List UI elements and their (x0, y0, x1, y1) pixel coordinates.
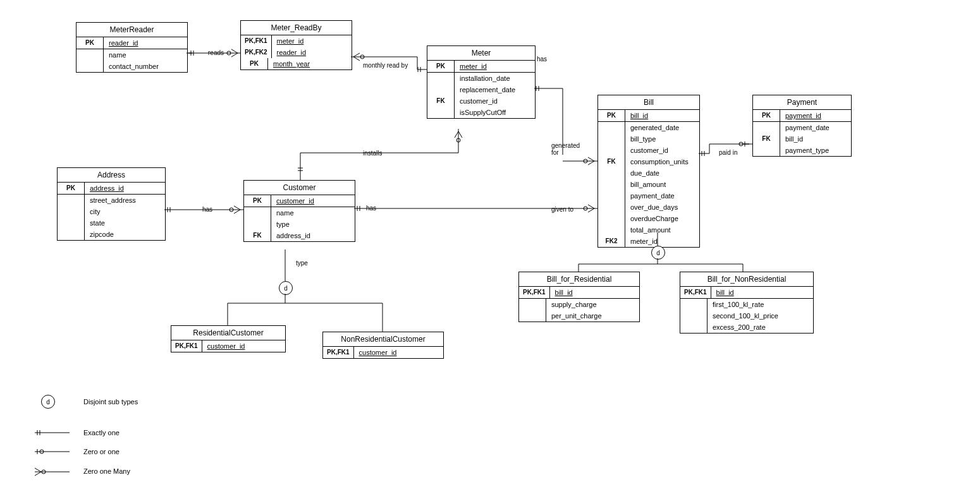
bill_residential-key (519, 299, 546, 310)
bill-key (598, 145, 625, 156)
entity-meter: MeterPKmeter_idinstallation_datereplacem… (427, 45, 536, 119)
bill-row: overdueCharge (598, 213, 699, 224)
meter_reader-row: PKreader_id (77, 37, 187, 49)
bill-attr: meter_id (625, 236, 699, 247)
payment-attr: payment_date (780, 122, 851, 133)
bill-key: PK (598, 110, 625, 121)
label-type: type (295, 260, 309, 267)
bill_nonresidential-row: PK,FK1bill_id (680, 287, 813, 299)
address-key (58, 229, 85, 240)
meter_reader-key (77, 61, 104, 72)
bill_nonresidential-title: Bill_for_NonResidential (680, 272, 813, 287)
label-paid-in: paid in (718, 149, 738, 156)
address-key (58, 206, 85, 217)
bill-attr: overdueCharge (625, 213, 699, 224)
svg-line-39 (35, 468, 41, 472)
customer-key: FK (244, 230, 271, 241)
customer-attr: customer_id (271, 195, 355, 207)
residential_customer-title: ResidentialCustomer (171, 326, 285, 340)
meter-key (427, 107, 455, 118)
meter-row: PKmeter_id (427, 61, 535, 73)
bill-attr: total_amount (625, 224, 699, 236)
label-has-meter: has (536, 56, 548, 63)
meter-attr: isSupplyCutOff (455, 107, 535, 118)
meter_reader-attr: contact_number (104, 61, 187, 72)
address-key: PK (58, 183, 85, 194)
address-row: street_address (58, 195, 165, 206)
address-attr: state (85, 217, 165, 229)
payment-row: payment_type (753, 145, 851, 156)
meter-row: replacement_date (427, 84, 535, 95)
bill_residential-row: per_unit_charge (519, 310, 639, 322)
bill_residential-attr: bill_id (550, 287, 639, 298)
meter-row: isSupplyCutOff (427, 107, 535, 118)
meter_reader-attr: name (104, 49, 187, 61)
meter_reader-key: PK (77, 37, 104, 49)
address-row: zipcode (58, 229, 165, 240)
meter_readby-row: PK,FK1meter_id (241, 35, 352, 47)
svg-point-21 (739, 142, 743, 146)
payment-row: payment_date (753, 122, 851, 133)
bill-attr: over_due_days (625, 201, 699, 213)
customer-attr: address_id (271, 230, 355, 241)
label-generated-for: generated for (550, 142, 584, 156)
entity-residential-customer: ResidentialCustomerPK,FK1customer_id (171, 325, 286, 352)
meter-key (427, 84, 455, 95)
svg-point-15 (584, 207, 587, 210)
bill-key (598, 201, 625, 213)
payment-key (753, 122, 780, 133)
bill-key (598, 122, 625, 133)
legend-disjoint-symbol: d (41, 395, 55, 409)
customer-row: PKcustomer_id (244, 195, 355, 207)
customer-row: FKaddress_id (244, 230, 355, 241)
bill-attr: customer_id (625, 145, 699, 156)
meter-key: FK (427, 95, 455, 107)
bill-row: over_due_days (598, 201, 699, 213)
address-key (58, 217, 85, 229)
bill-row: PKbill_id (598, 110, 699, 122)
payment-attr: bill_id (780, 133, 851, 145)
nonresidential_customer-attr: customer_id (354, 347, 443, 358)
payment-title: Payment (753, 95, 851, 110)
payment-key: FK (753, 133, 780, 145)
meter-attr: replacement_date (455, 84, 535, 95)
nonresidential_customer-row: PK,FK1customer_id (323, 347, 443, 358)
meter-key (427, 73, 455, 84)
payment-key: PK (753, 110, 780, 121)
bill_nonresidential-key: PK,FK1 (680, 287, 711, 298)
customer-key (244, 207, 271, 219)
address-attr: street_address (85, 195, 165, 206)
bill-key (598, 213, 625, 224)
disjoint-customer: d (279, 281, 293, 295)
bill-row: payment_date (598, 190, 699, 201)
bill_nonresidential-row: excess_200_rate (680, 322, 813, 333)
bill_nonresidential-key (680, 299, 707, 310)
bill-key (598, 224, 625, 236)
residential_customer-attr: customer_id (202, 340, 285, 352)
entity-payment: PaymentPKpayment_idpayment_dateFKbill_id… (752, 95, 852, 157)
customer-key: PK (244, 195, 271, 207)
svg-point-13 (456, 138, 460, 142)
bill-row: total_amount (598, 224, 699, 236)
meter_reader-row: contact_number (77, 61, 187, 72)
entity-meter-reader: MeterReaderPKreader_idnamecontact_number (76, 22, 188, 73)
legend-disjoint-text: Disjoint sub types (83, 398, 138, 406)
svg-point-9 (584, 159, 587, 163)
bill_nonresidential-row: first_100_kl_rate (680, 299, 813, 310)
disjoint-bill: d (651, 246, 665, 260)
meter-key: PK (427, 61, 455, 72)
bill-key (598, 167, 625, 179)
customer-row: type (244, 219, 355, 230)
meter-title: Meter (427, 46, 535, 61)
label-has-address: has (201, 206, 214, 213)
bill_residential-title: Bill_for_Residential (519, 272, 639, 287)
payment-attr: payment_type (780, 145, 851, 156)
bill-row: bill_amount (598, 179, 699, 190)
bill_nonresidential-attr: first_100_kl_rate (707, 299, 813, 310)
svg-point-1 (227, 51, 231, 55)
meter_reader-row: name (77, 49, 187, 61)
legend-exactly-one-symbol (35, 430, 73, 436)
legend-exactly-one-text: Exactly one (83, 429, 119, 436)
meter-row: FKcustomer_id (427, 95, 535, 107)
meter_readby-row: PK,FK2reader_id (241, 47, 352, 58)
